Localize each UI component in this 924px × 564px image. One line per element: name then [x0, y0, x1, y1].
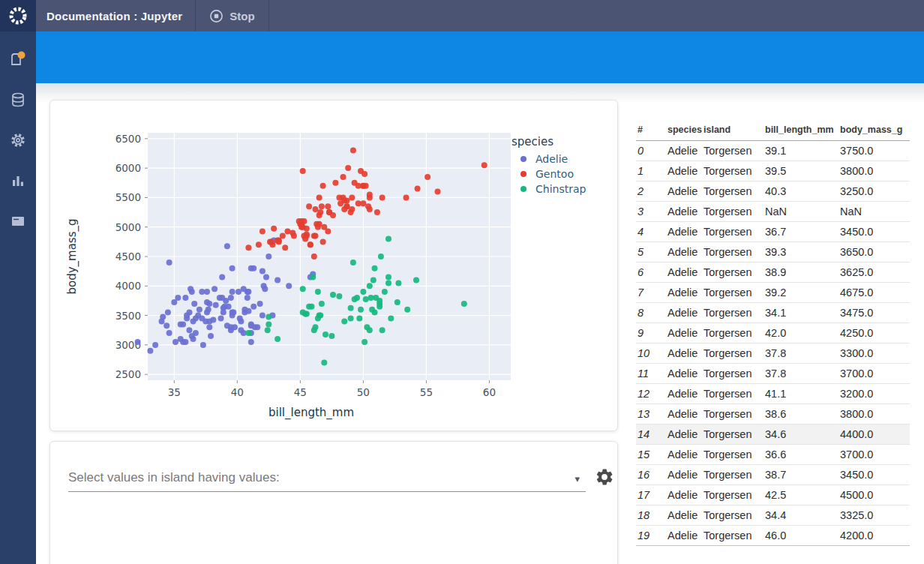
table-row[interactable]: 15AdelieTorgersen36.63700.0 [636, 445, 910, 465]
sidebar-item-charts[interactable] [8, 171, 28, 190]
table-row[interactable]: 16AdelieTorgersen38.73450.0 [636, 465, 910, 485]
data-point-chinstrap [372, 266, 378, 272]
table-cell: Adelie [666, 404, 702, 424]
table-cell: Adelie [666, 445, 702, 465]
data-point-chinstrap [378, 254, 384, 260]
data-point-adelie [260, 313, 266, 319]
app-logo[interactable] [0, 0, 36, 32]
table-cell: Torgersen [702, 222, 764, 242]
data-point-gentoo [300, 168, 306, 174]
table-row[interactable]: 17AdelieTorgersen42.54500.0 [636, 485, 910, 506]
table-row[interactable]: 4AdelieTorgersen36.73450.0 [636, 222, 910, 242]
data-point-chinstrap [395, 280, 401, 286]
table-cell: 4 [636, 222, 666, 242]
data-point-gentoo [435, 189, 441, 195]
sidebar-item-cards[interactable] [8, 212, 28, 231]
table-cell: 3650.0 [838, 242, 910, 262]
table-row[interactable]: 1AdelieTorgersen39.53800.0 [636, 161, 910, 182]
table-row[interactable]: 14AdelieTorgersen34.64400.0 [636, 424, 910, 445]
table-cell: Adelie [666, 323, 702, 344]
table-cell: 11 [636, 364, 666, 384]
data-point-chinstrap [370, 277, 376, 283]
table-row[interactable]: 10AdelieTorgersen37.83300.0 [636, 344, 910, 364]
data-point-gentoo [285, 229, 291, 235]
table-row[interactable]: 6AdelieTorgersen38.93625.0 [636, 262, 910, 283]
table-row[interactable]: 0AdelieTorgersen39.13750.0 [636, 141, 910, 161]
legend-item-chinstrap[interactable]: Chinstrap [520, 183, 586, 195]
table-cell: 4200.0 [838, 526, 910, 546]
data-point-adelie [220, 310, 226, 316]
column-header[interactable]: body_mass_g [838, 120, 910, 141]
table-cell: Torgersen [702, 384, 764, 404]
table-row[interactable]: 5AdelieTorgersen39.33650.0 [636, 242, 910, 262]
data-point-chinstrap [382, 289, 388, 295]
table-row[interactable]: 7AdelieTorgersen39.24675.0 [636, 283, 910, 303]
data-point-adelie [260, 268, 266, 274]
data-point-chinstrap [306, 304, 312, 310]
gear-icon [9, 131, 27, 149]
table-row[interactable]: 19AdelieTorgersen46.04200.0 [636, 526, 910, 546]
table-row[interactable]: 12AdelieTorgersen41.13200.0 [636, 384, 910, 404]
data-point-gentoo [311, 233, 317, 239]
table-row[interactable]: 13AdelieTorgersen38.63800.0 [636, 404, 910, 424]
data-point-gentoo [380, 194, 386, 200]
stop-button[interactable]: Stop [196, 0, 269, 32]
island-select[interactable]: Select values in island having values: ▾ [68, 464, 586, 492]
table-cell: 19 [636, 526, 666, 546]
data-point-chinstrap [413, 277, 419, 283]
data-point-gentoo [271, 226, 277, 232]
column-header[interactable]: bill_length_mm [764, 120, 838, 141]
data-point-chinstrap [380, 327, 386, 333]
filter-settings-button[interactable] [595, 467, 614, 490]
legend-item-gentoo[interactable]: Gentoo [520, 168, 586, 180]
table-row[interactable]: 8AdelieTorgersen34.13475.0 [636, 303, 910, 323]
data-point-gentoo [482, 162, 488, 168]
sidebar-item-notebook[interactable] [8, 50, 28, 69]
sidebar-item-data[interactable] [8, 90, 28, 110]
table-cell: 39.3 [764, 242, 838, 262]
data-point-gentoo [367, 194, 373, 200]
table-cell: Torgersen [702, 262, 764, 283]
data-point-adelie [190, 318, 196, 324]
data-point-gentoo [317, 209, 323, 215]
data-point-adelie [230, 289, 236, 295]
table-row[interactable]: 9AdelieTorgersen42.04250.0 [636, 323, 910, 344]
sidebar-item-settings[interactable] [8, 130, 28, 150]
table-cell: 3700.0 [838, 445, 910, 465]
table-cell: 3700.0 [838, 364, 910, 384]
table-cell: Torgersen [702, 303, 764, 323]
data-point-adelie [191, 301, 197, 307]
table-cell: 12 [636, 384, 666, 404]
table-cell: 42.0 [764, 323, 838, 344]
column-header[interactable]: # [636, 120, 666, 141]
column-header[interactable]: species [666, 120, 702, 141]
legend-dot [520, 156, 526, 162]
legend-dot [520, 186, 526, 192]
table-cell: 3250.0 [838, 182, 910, 202]
data-point-adelie [250, 266, 256, 272]
column-header[interactable]: island [702, 120, 764, 141]
data-point-chinstrap [300, 286, 306, 292]
table-cell: 4400.0 [838, 424, 910, 445]
chevron-down-icon[interactable]: ▾ [574, 473, 580, 484]
data-point-adelie [274, 277, 280, 283]
table-cell: 39.1 [764, 141, 838, 161]
table-cell: 3625.0 [838, 262, 910, 283]
table-cell: 0 [636, 141, 666, 161]
table-row[interactable]: 2AdelieTorgersen40.33250.0 [636, 182, 910, 202]
data-point-adelie [230, 266, 236, 272]
legend-item-adelie[interactable]: Adelie [520, 153, 586, 165]
data-point-chinstrap [336, 293, 342, 299]
data-point-adelie [245, 308, 251, 314]
notification-badge [18, 52, 26, 59]
x-tick-label: 45 [294, 386, 307, 398]
table-row[interactable]: 18AdelieTorgersen34.43325.0 [636, 506, 910, 526]
app-title: Documentation : Jupyter [46, 10, 182, 22]
data-point-chinstrap [322, 332, 328, 338]
gear-icon [595, 467, 614, 487]
data-point-gentoo [415, 186, 421, 192]
table-cell: 5 [636, 242, 666, 262]
dataframe-table[interactable]: #speciesislandbill_length_mmbody_mass_g … [636, 120, 924, 546]
table-row[interactable]: 3AdelieTorgersenNaNNaN [636, 202, 910, 222]
table-row[interactable]: 11AdelieTorgersen37.83700.0 [636, 364, 910, 384]
